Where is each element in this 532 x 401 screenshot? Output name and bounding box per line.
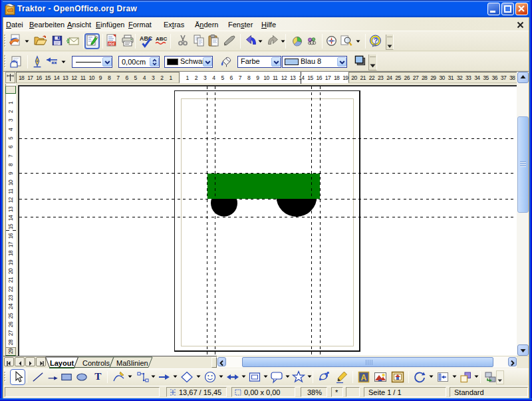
svg-text:ABC: ABC — [156, 36, 168, 42]
svg-text:?: ? — [374, 37, 378, 45]
svg-text:T: T — [94, 370, 101, 382]
svg-text:PDF: PDF — [108, 42, 115, 46]
svg-text:A: A — [361, 373, 367, 382]
